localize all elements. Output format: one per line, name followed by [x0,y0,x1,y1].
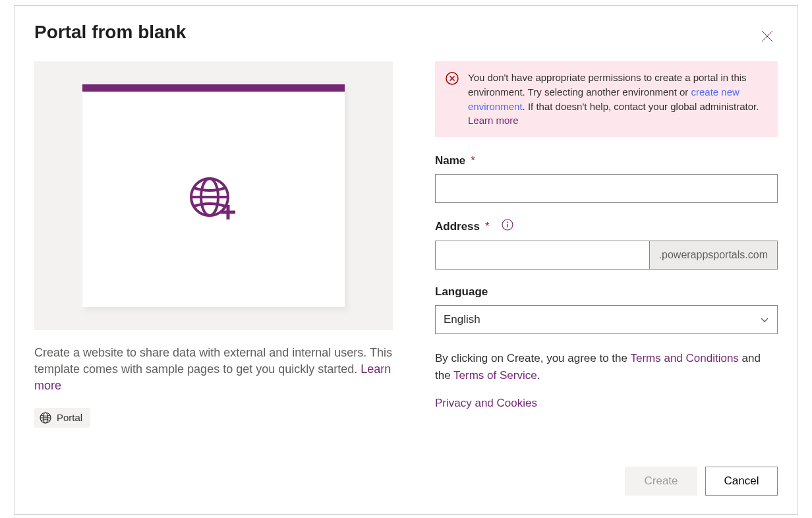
chevron-down-icon [760,315,769,324]
right-panel: You don't have appropriate permissions t… [435,61,778,496]
preview-header-bar [82,84,345,92]
terms-of-service-link[interactable]: Terms of Service [453,369,537,382]
globe-plus-icon [187,176,240,223]
agreement-text: By clicking on Create, you agree to the … [435,350,778,384]
error-icon [446,72,459,85]
privacy-and-cookies-link[interactable]: Privacy and Cookies [435,397,537,410]
cancel-button[interactable]: Cancel [705,467,778,496]
create-button[interactable]: Create [625,467,697,496]
error-learn-more-link[interactable]: Learn more [468,115,519,126]
template-description: Create a website to share data with exte… [34,345,393,395]
address-label: Address* [435,219,778,234]
name-label: Name* [435,154,778,167]
close-icon [761,30,774,43]
preview-area [34,61,393,330]
address-input[interactable] [435,241,649,270]
language-select[interactable]: English [435,305,778,334]
error-banner: You don't have appropriate permissions t… [435,61,778,137]
terms-and-conditions-link[interactable]: Terms and Conditions [630,352,738,364]
badge-label: Portal [57,412,82,423]
portal-from-blank-dialog: Portal from blank [14,5,798,515]
info-icon[interactable] [502,219,513,234]
svg-point-10 [507,221,508,223]
language-label: Language [435,285,778,299]
name-input[interactable] [435,174,778,203]
portal-badge: Portal [34,408,90,428]
preview-card [82,84,345,307]
close-button[interactable] [757,26,778,47]
error-text: You don't have appropriate permissions t… [468,71,767,128]
address-suffix: .powerappsportals.com [649,241,778,270]
dialog-title: Portal from blank [34,22,778,43]
left-panel: Create a website to share data with exte… [34,61,393,496]
globe-icon [40,412,51,424]
